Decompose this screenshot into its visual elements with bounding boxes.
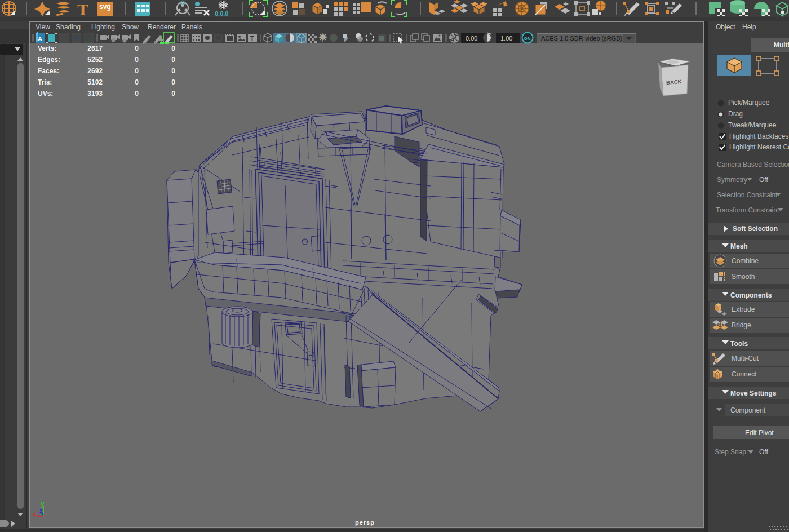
svg-text:svg: svg [99, 3, 111, 11]
svg-text:0,0,0: 0,0,0 [215, 10, 228, 17]
svg-text:A: A [38, 36, 42, 42]
svg-text:T: T [77, 0, 88, 19]
svg-text:1.00: 1.00 [500, 35, 512, 42]
svg-text:ON: ON [524, 36, 531, 41]
svg-text:T: T [250, 35, 254, 42]
svg-text:0.00: 0.00 [466, 35, 477, 42]
svg-text:ACES 1.0 SDR-video (sRGB): ACES 1.0 SDR-video (sRGB) [541, 35, 622, 42]
